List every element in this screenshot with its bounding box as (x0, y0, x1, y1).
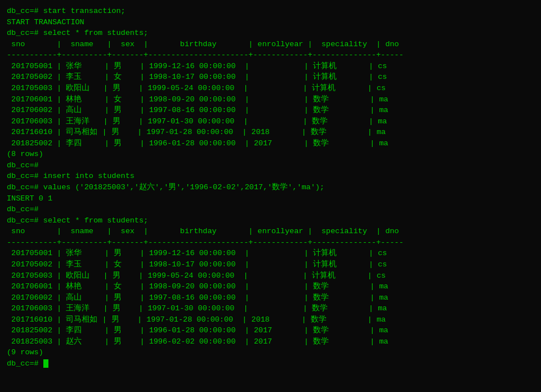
terminal-line-10: 201706003 | 王海洋 | 男 | 1997-01-30 00:00:0… (7, 116, 534, 127)
terminal-line-25: 201705003 | 欧阳山 | 男 | 1999-05-24 00:00:0… (7, 270, 534, 282)
terminal-line-15: db_cc=# (7, 160, 534, 171)
terminal-line-2: db_cc=# select * from students; (7, 28, 534, 39)
terminal-line-16: db_cc=# insert into students (7, 171, 534, 182)
terminal-line-32: (9 rows) (7, 347, 534, 358)
terminal-line-6: 201705002 | 李玉 | 女 | 1998-10-17 00:00:00… (7, 72, 534, 83)
terminal-line-5: 201705001 | 张华 | 男 | 1999-12-16 00:00:00… (7, 61, 534, 72)
terminal-line-11: 201716010 | 司马相如 | 男 | 1997-01-28 00:00:… (7, 127, 534, 138)
terminal-line-1: START TRANSACTION (7, 17, 534, 28)
terminal-line-0: db_cc=# start transaction; (7, 6, 534, 17)
terminal-line-30: 201825002 | 李四 | 男 | 1996-01-28 00:00:00… (7, 325, 534, 336)
terminal-line-21: sno | sname | sex | birthday | enrollyea… (7, 226, 534, 237)
terminal-line-9: 201706002 | 高山 | 男 | 1997-08-16 00:00:00… (7, 105, 534, 116)
terminal-line-20: db_cc=# select * from students; (7, 215, 534, 226)
terminal-line-28: 201706003 | 王海洋 | 男 | 1997-01-30 00:00:0… (7, 303, 534, 314)
terminal-line-29: 201716010 | 司马相如 | 男 | 1997-01-28 00:00:… (7, 314, 534, 326)
terminal-line-4: -----------+----------+-------+---------… (7, 50, 534, 61)
terminal-line-23: 201705001 | 张华 | 男 | 1999-12-16 00:00:00… (7, 248, 534, 259)
terminal-line-17: db_cc=# values ('201825003','赵六','男','19… (7, 182, 534, 193)
terminal-line-24: 201705002 | 李玉 | 女 | 1998-10-17 00:00:00… (7, 259, 534, 270)
terminal-line-31: 201825003 | 赵六 | 男 | 1996-02-02 00:00:00… (7, 336, 534, 348)
terminal-line-8: 201706001 | 林艳 | 女 | 1998-09-20 00:00:00… (7, 94, 534, 105)
terminal-line-22: -----------+----------+-------+---------… (7, 237, 534, 248)
terminal-line-18: INSERT 0 1 (7, 193, 534, 204)
terminal-line-34: db_cc=# (7, 358, 534, 369)
terminal-window: db_cc=# start transaction;START TRANSACT… (7, 6, 534, 369)
terminal-line-27: 201706002 | 高山 | 男 | 1997-08-16 00:00:00… (7, 292, 534, 304)
terminal-line-7: 201705003 | 欧阳山 | 男 | 1999-05-24 00:00:0… (7, 83, 534, 94)
cursor (43, 359, 48, 368)
terminal-line-19: db_cc=# (7, 204, 534, 215)
terminal-line-26: 201706001 | 林艳 | 女 | 1998-09-20 00:00:00… (7, 281, 534, 292)
terminal-line-13: (8 rows) (7, 149, 534, 160)
terminal-line-12: 201825002 | 李四 | 男 | 1996-01-28 00:00:00… (7, 138, 534, 149)
terminal-line-3: sno | sname | sex | birthday | enrollyea… (7, 39, 534, 50)
prompt: db_cc=# (7, 359, 43, 368)
